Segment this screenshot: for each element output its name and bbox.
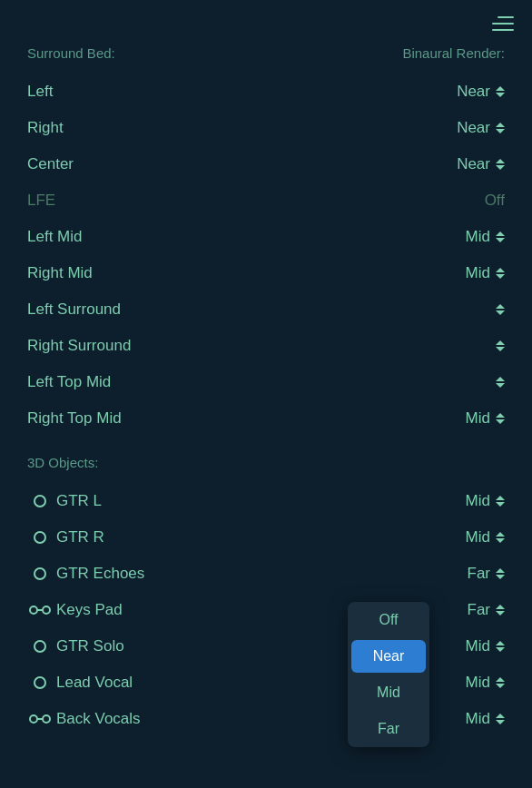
left-top-mid-spinner[interactable] [496, 377, 505, 388]
back-vocals-spinner-down[interactable] [496, 720, 505, 724]
surround-row-left-mid: Left Mid Mid [27, 219, 505, 255]
left-top-mid-spinner-up[interactable] [496, 377, 505, 381]
gtr-echoes-spinner-down[interactable] [496, 575, 505, 579]
lead-vocal-spinner[interactable] [496, 677, 505, 688]
dropdown-option-mid[interactable]: Mid [348, 675, 429, 711]
surround-row-right-mid: Right Mid Mid [27, 255, 505, 291]
back-vocals-spinner[interactable] [496, 714, 505, 724]
link-icon [29, 714, 51, 724]
keys-pad-value-container[interactable]: Far [423, 601, 505, 619]
right-spinner-up[interactable] [496, 123, 505, 127]
gtr-solo-spinner[interactable] [496, 641, 505, 652]
circle-icon [34, 495, 46, 507]
gtr-solo-spinner-up[interactable] [496, 641, 505, 645]
left-top-mid-spinner-down[interactable] [496, 383, 505, 388]
dropdown-option-near[interactable]: Near [351, 640, 426, 673]
center-spinner-down[interactable] [496, 165, 505, 170]
right-spinner-down[interactable] [496, 129, 505, 133]
center-label: Center [27, 155, 423, 173]
gtr-echoes-spinner-up[interactable] [496, 568, 505, 573]
center-value-container[interactable]: Near [423, 155, 505, 173]
dropdown-option-off[interactable]: Off [348, 602, 429, 638]
gtr-r-spinner-down[interactable] [496, 538, 505, 543]
gtr-l-spinner-up[interactable] [496, 496, 505, 500]
gtr-solo-icon [27, 640, 53, 653]
center-spinner-up[interactable] [496, 159, 505, 163]
link-icon [29, 606, 51, 615]
object-row-gtr-l: GTR L Mid [27, 483, 505, 519]
circle-icon [34, 531, 46, 544]
keys-pad-spinner-down[interactable] [496, 611, 505, 616]
left-mid-spinner-up[interactable] [496, 231, 505, 236]
right-mid-value: Mid [466, 264, 490, 282]
gtr-l-spinner[interactable] [496, 496, 505, 507]
left-mid-spinner[interactable] [496, 231, 505, 242]
gtr-r-spinner[interactable] [496, 532, 505, 543]
gtr-echoes-spinner[interactable] [496, 568, 505, 579]
gtr-r-value: Mid [466, 528, 490, 547]
right-top-mid-spinner[interactable] [496, 413, 505, 424]
left-mid-value-container[interactable]: Mid [423, 228, 505, 246]
right-label: Right [27, 119, 423, 137]
dropdown-option-far[interactable]: Far [348, 711, 429, 747]
right-top-mid-spinner-down[interactable] [496, 419, 505, 424]
right-mid-spinner-up[interactable] [496, 268, 505, 272]
binaural-dropdown[interactable]: Off Near Mid Far [348, 602, 429, 747]
left-value: Near [457, 83, 490, 101]
gtr-echoes-value: Far [468, 565, 491, 583]
lfe-value: Off [485, 192, 505, 210]
right-mid-spinner-down[interactable] [496, 274, 505, 279]
object-row-lead-vocal: Lead Vocal Mid [27, 665, 505, 701]
lead-vocal-value-container[interactable]: Mid [423, 674, 505, 692]
surround-bed-label: Surround Bed: [27, 45, 115, 61]
left-spinner-down[interactable] [496, 93, 505, 97]
left-surround-spinner[interactable] [496, 304, 505, 315]
lead-vocal-spinner-down[interactable] [496, 684, 505, 688]
right-top-mid-spinner-up[interactable] [496, 413, 505, 418]
keys-pad-spinner[interactable] [496, 605, 505, 616]
lfe-value-container[interactable]: Off [423, 192, 505, 210]
gtr-r-value-container[interactable]: Mid [423, 528, 505, 547]
back-vocals-spinner-up[interactable] [496, 714, 505, 718]
gtr-solo-spinner-down[interactable] [496, 647, 505, 652]
keys-pad-spinner-up[interactable] [496, 605, 505, 609]
object-row-gtr-echoes: GTR Echoes Far [27, 556, 505, 592]
gtr-echoes-value-container[interactable]: Far [423, 565, 505, 583]
surround-row-left: Left Near [27, 74, 505, 110]
surround-row-lfe: LFE Off [27, 182, 505, 219]
gtr-solo-value-container[interactable]: Mid [423, 637, 505, 655]
left-spinner[interactable] [496, 86, 505, 97]
app-header [0, 0, 532, 40]
gtr-echoes-name: GTR Echoes [56, 565, 423, 583]
center-spinner[interactable] [496, 159, 505, 170]
gtr-l-spinner-down[interactable] [496, 502, 505, 507]
left-mid-spinner-down[interactable] [496, 238, 505, 242]
right-top-mid-value: Mid [466, 409, 490, 428]
gtr-echoes-icon [27, 567, 53, 580]
right-surround-value-container[interactable] [423, 340, 505, 351]
gtr-r-name: GTR R [56, 528, 423, 547]
left-surround-spinner-down[interactable] [496, 310, 505, 315]
back-vocals-value-container[interactable]: Mid [423, 710, 505, 728]
right-top-mid-value-container[interactable]: Mid [423, 409, 505, 428]
surround-row-right-top-mid: Right Top Mid Mid [27, 400, 505, 437]
right-surround-spinner-down[interactable] [496, 347, 505, 351]
left-value-container[interactable]: Near [423, 83, 505, 101]
right-spinner[interactable] [496, 123, 505, 133]
gtr-r-spinner-up[interactable] [496, 532, 505, 537]
right-surround-spinner[interactable] [496, 340, 505, 351]
circle-icon [34, 567, 46, 580]
left-spinner-up[interactable] [496, 86, 505, 91]
right-surround-spinner-up[interactable] [496, 340, 505, 345]
lead-vocal-spinner-up[interactable] [496, 677, 505, 682]
left-surround-spinner-up[interactable] [496, 304, 505, 309]
right-mid-value-container[interactable]: Mid [423, 264, 505, 282]
right-value-container[interactable]: Near [423, 119, 505, 137]
gtr-l-value-container[interactable]: Mid [423, 492, 505, 510]
object-row-gtr-solo: GTR Solo Mid [27, 628, 505, 665]
left-mid-value: Mid [466, 228, 490, 246]
menu-icon[interactable] [492, 16, 514, 31]
right-mid-spinner[interactable] [496, 268, 505, 279]
left-surround-value-container[interactable] [423, 304, 505, 315]
left-top-mid-value-container[interactable] [423, 377, 505, 388]
